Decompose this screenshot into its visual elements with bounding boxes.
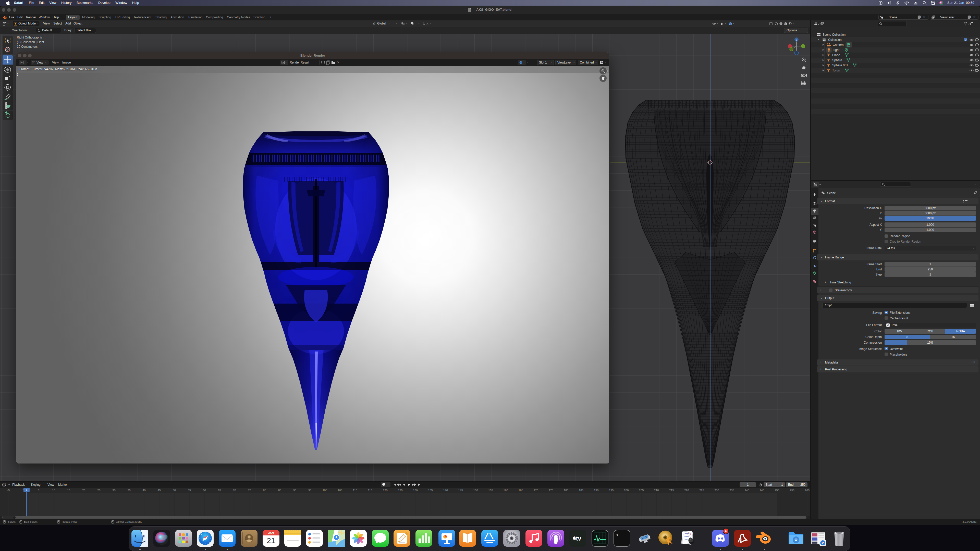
svg-text:JAN: JAN — [268, 531, 274, 534]
svg-text:tv: tv — [576, 535, 581, 542]
svg-text:21: 21 — [267, 536, 275, 545]
svg-text:Z: Z — [796, 38, 797, 41]
svg-text:>_: >_ — [616, 533, 621, 538]
svg-text:Y: Y — [802, 45, 804, 48]
